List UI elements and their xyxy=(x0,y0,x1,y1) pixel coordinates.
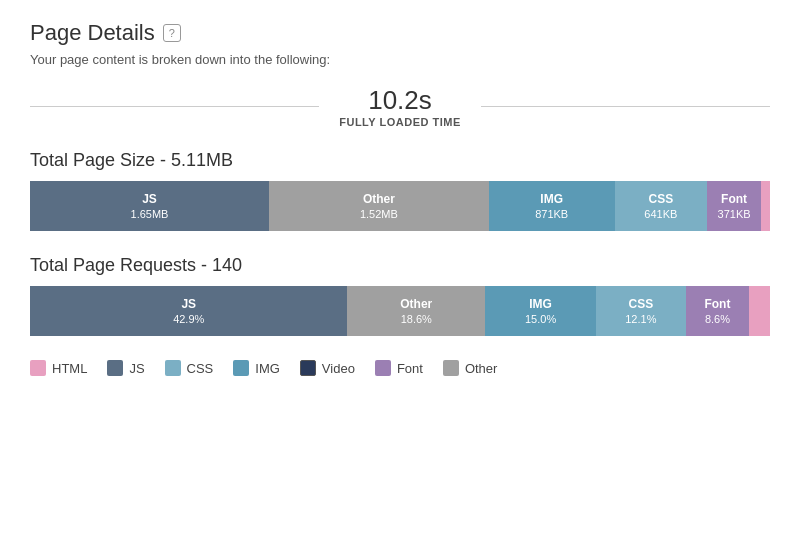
legend-swatch-img xyxy=(233,360,249,376)
page-title: Page Details xyxy=(30,20,155,46)
timeline-section: 10.2s Fully Loaded Time xyxy=(30,85,770,128)
legend-swatch-video xyxy=(300,360,316,376)
bar-segment-IMG: IMG15.0% xyxy=(485,286,596,336)
timeline-label: Fully Loaded Time xyxy=(339,116,461,128)
bar-segment-CSS: CSS641KB xyxy=(615,181,708,231)
bar-segment-JS: JS1.65MB xyxy=(30,181,269,231)
bar-segment-Font: Font371KB xyxy=(707,181,761,231)
bar-segment-JS: JS42.9% xyxy=(30,286,347,336)
legend-item-html: HTML xyxy=(30,360,87,376)
bar-segment-Other: Other18.6% xyxy=(347,286,485,336)
legend-item-css: CSS xyxy=(165,360,214,376)
legend-swatch-other xyxy=(443,360,459,376)
legend-label-other: Other xyxy=(465,361,498,376)
legend-item-img: IMG xyxy=(233,360,280,376)
legend-item-video: Video xyxy=(300,360,355,376)
page-title-row: Page Details ? xyxy=(30,20,770,46)
legend: HTMLJSCSSIMGVideoFontOther xyxy=(30,360,770,376)
help-badge[interactable]: ? xyxy=(163,24,181,42)
timeline-center: 10.2s Fully Loaded Time xyxy=(319,85,481,128)
legend-label-html: HTML xyxy=(52,361,87,376)
requests-bar-container: JS42.9%Other18.6%IMG15.0%CSS12.1%Font8.6… xyxy=(30,286,770,336)
legend-swatch-font xyxy=(375,360,391,376)
legend-item-other: Other xyxy=(443,360,498,376)
legend-swatch-html xyxy=(30,360,46,376)
subtitle: Your page content is broken down into th… xyxy=(30,52,770,67)
legend-swatch-js xyxy=(107,360,123,376)
size-section-title: Total Page Size - 5.11MB xyxy=(30,150,770,171)
legend-item-font: Font xyxy=(375,360,423,376)
legend-label-video: Video xyxy=(322,361,355,376)
timeline-line-right xyxy=(481,106,770,107)
legend-label-js: JS xyxy=(129,361,144,376)
bar-segment-Font: Font8.6% xyxy=(686,286,750,336)
legend-label-css: CSS xyxy=(187,361,214,376)
legend-item-js: JS xyxy=(107,360,144,376)
bar-segment-CSS: CSS12.1% xyxy=(596,286,686,336)
legend-label-img: IMG xyxy=(255,361,280,376)
size-bar-container: JS1.65MBOther1.52MBIMG871KBCSS641KBFont3… xyxy=(30,181,770,231)
requests-section-title: Total Page Requests - 140 xyxy=(30,255,770,276)
bar-segment-IMG: IMG871KB xyxy=(489,181,615,231)
timeline-value: 10.2s xyxy=(368,85,432,116)
bar-segment-html xyxy=(761,181,770,231)
legend-label-font: Font xyxy=(397,361,423,376)
legend-swatch-css xyxy=(165,360,181,376)
bar-segment-Other: Other1.52MB xyxy=(269,181,489,231)
bar-segment-html xyxy=(749,286,770,336)
timeline-line-left xyxy=(30,106,319,107)
